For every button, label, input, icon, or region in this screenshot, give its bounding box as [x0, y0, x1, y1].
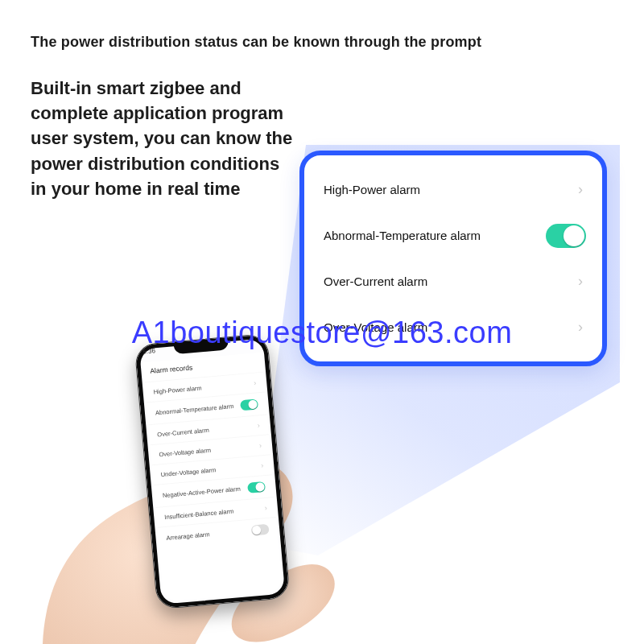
phone-notch: [173, 337, 229, 354]
phone-status-time: 5:36: [142, 347, 155, 355]
phone-row-label: Over-Voltage alarm: [159, 446, 211, 458]
high-power-alarm-label: High-Power alarm: [324, 183, 420, 196]
chevron-right-icon: ›: [261, 461, 264, 469]
chevron-right-icon: ›: [578, 181, 594, 198]
phone-row-label: Negative-Active-Power alarm: [163, 485, 242, 499]
abnormal-temperature-alarm-row[interactable]: Abnormal-Temperature alarm: [324, 213, 594, 258]
over-current-alarm-row[interactable]: Over-Current alarm ›: [324, 258, 594, 304]
abnormal-temperature-alarm-label: Abnormal-Temperature alarm: [324, 229, 481, 242]
page-title: The power distribution status can be kno…: [31, 34, 481, 51]
chevron-right-icon: ›: [578, 319, 594, 336]
chevron-right-icon: ›: [254, 378, 257, 386]
phone-screen: Alarm records High-Power alarm › Abnorma…: [143, 353, 283, 602]
phone-row-label: Over-Current alarm: [157, 426, 209, 438]
hand-holding-phone: 5:36 Alarm records High-Power alarm › Ab…: [42, 322, 388, 644]
phone-row-label: Under-Voltage alarm: [160, 466, 216, 478]
phone-toggle[interactable]: [247, 481, 266, 493]
phone-row-label: Abnormal-Temperature alarm: [155, 402, 234, 416]
phone-row-label: Insufficient-Balance alarm: [164, 507, 234, 520]
phone-row-label: Arrearage alarm: [166, 530, 210, 542]
phone-toggle[interactable]: [251, 524, 270, 536]
chevron-right-icon: ›: [264, 504, 267, 512]
description-paragraph: Built-in smart zigbee and complete appli…: [31, 76, 296, 201]
phone-mockup: 5:36 Alarm records High-Power alarm › Ab…: [134, 333, 291, 609]
chevron-right-icon: ›: [578, 273, 594, 290]
abnormal-temperature-alarm-toggle[interactable]: [546, 224, 586, 248]
chevron-right-icon: ›: [257, 421, 260, 429]
high-power-alarm-row[interactable]: High-Power alarm ›: [324, 167, 594, 213]
phone-toggle[interactable]: [240, 398, 258, 411]
phone-row-label: High-Power alarm: [153, 384, 202, 395]
over-current-alarm-label: Over-Current alarm: [324, 275, 427, 288]
chevron-right-icon: ›: [259, 441, 262, 449]
